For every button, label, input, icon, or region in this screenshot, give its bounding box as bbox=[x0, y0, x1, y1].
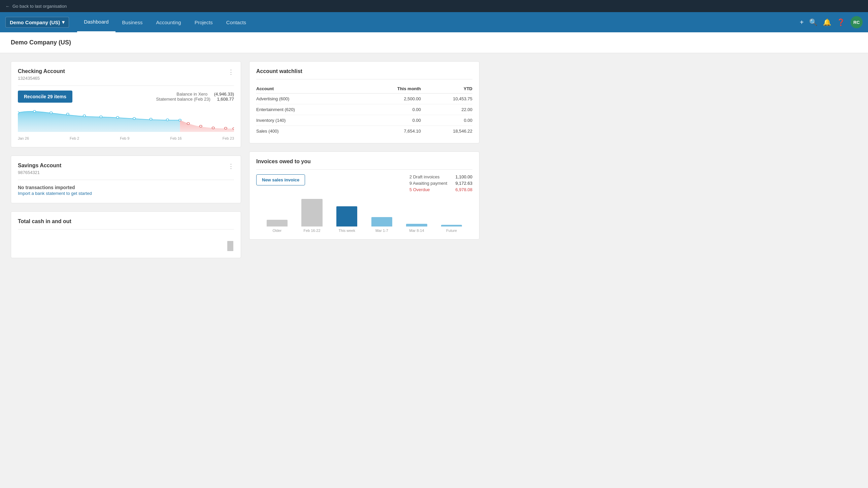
invoices-header-row: New sales invoice 2 Draft invoices 1,100… bbox=[256, 174, 472, 194]
total-cash-title: Total cash in and out bbox=[18, 219, 234, 225]
bar-label: Feb 16-22 bbox=[303, 229, 320, 233]
nav-business[interactable]: Business bbox=[116, 12, 150, 32]
statement-row: Statement balance (Feb 23) 1,608.77 bbox=[156, 97, 234, 102]
stat-amount: 1,100.00 bbox=[455, 174, 472, 180]
bell-icon[interactable]: 🔔 bbox=[823, 18, 831, 26]
nav-projects[interactable]: Projects bbox=[188, 12, 219, 32]
bar-group: Older bbox=[259, 199, 294, 233]
checking-menu-icon[interactable]: ⋮ bbox=[228, 68, 234, 76]
balance-info: Balance in Xero (4,946.33) Statement bal… bbox=[156, 92, 234, 102]
statement-amount: 1,608.77 bbox=[217, 97, 234, 102]
bar bbox=[371, 217, 392, 227]
invoice-bar-chart: Older Feb 16-22 This week Mar 1-7 Mar 8-… bbox=[256, 199, 472, 233]
chart-red-area bbox=[180, 120, 234, 132]
chevron-down-icon: ▾ bbox=[62, 19, 65, 25]
chart-label-feb9: Feb 9 bbox=[120, 136, 129, 140]
savings-card-header: Savings Account 987654321 ⋮ bbox=[18, 163, 234, 175]
watchlist-col-this-month: This month bbox=[359, 84, 421, 94]
invoices-title: Invoices owed to you bbox=[256, 159, 472, 165]
bar-label: Older bbox=[272, 229, 281, 233]
watchlist-row: Sales (400) 7,654.10 18,546.22 bbox=[256, 126, 472, 137]
bar bbox=[406, 224, 427, 227]
stat-label: 2 Draft invoices bbox=[409, 174, 440, 180]
chart-label-jan26: Jan 26 bbox=[18, 136, 29, 140]
add-icon[interactable]: + bbox=[800, 19, 804, 26]
bar bbox=[301, 199, 322, 227]
import-bank-link[interactable]: Import a bank statement to get started bbox=[18, 191, 92, 196]
right-column: Account watchlist Account This month YTD… bbox=[249, 61, 479, 258]
back-arrow-icon: ← bbox=[5, 4, 10, 9]
nav-contacts[interactable]: Contacts bbox=[219, 12, 253, 32]
avatar[interactable]: RC bbox=[850, 16, 863, 28]
stat-label: 9 Awaiting payment bbox=[409, 181, 447, 186]
invoice-stat-row: 9 Awaiting payment 9,172.63 bbox=[409, 181, 472, 186]
nav-bar: Demo Company (US) ▾ Dashboard Business A… bbox=[0, 12, 868, 32]
svg-point-15 bbox=[232, 128, 234, 130]
bar-group: This week bbox=[329, 199, 364, 233]
search-icon[interactable]: 🔍 bbox=[809, 18, 817, 26]
balance-amount: (4,946.33) bbox=[214, 92, 234, 97]
nav-right: + 🔍 🔔 ❓ RC bbox=[800, 16, 863, 28]
watchlist-account: Advertising (600) bbox=[256, 94, 359, 104]
savings-account-title: Savings Account bbox=[18, 163, 61, 169]
bar-label: Future bbox=[446, 229, 457, 233]
bar-group: Feb 16-22 bbox=[294, 199, 330, 233]
org-selector[interactable]: Demo Company (US) ▾ bbox=[5, 17, 69, 28]
help-icon[interactable]: ❓ bbox=[837, 18, 845, 26]
watchlist-this-month: 2,500.00 bbox=[359, 94, 421, 104]
watchlist-row: Inventory (140) 0.00 0.00 bbox=[256, 115, 472, 126]
checking-account-number: 132435465 bbox=[18, 76, 65, 81]
bar bbox=[336, 206, 357, 227]
watchlist-table: Account This month YTD Advertising (600)… bbox=[256, 84, 472, 136]
svg-point-12 bbox=[200, 125, 202, 127]
org-name: Demo Company (US) bbox=[10, 20, 60, 25]
svg-point-14 bbox=[224, 127, 227, 129]
watchlist-col-ytd: YTD bbox=[421, 84, 472, 94]
svg-point-2 bbox=[50, 112, 52, 114]
svg-point-6 bbox=[117, 117, 119, 119]
svg-point-0 bbox=[18, 112, 19, 114]
invoice-stat-row: 5 Overdue 6,978.08 bbox=[409, 187, 472, 192]
new-sales-invoice-button[interactable]: New sales invoice bbox=[256, 174, 305, 186]
savings-account-card: Savings Account 987654321 ⋮ No transacti… bbox=[11, 156, 241, 203]
savings-menu-icon[interactable]: ⋮ bbox=[228, 163, 234, 170]
watchlist-ytd: 22.00 bbox=[421, 104, 472, 115]
back-label[interactable]: Go back to last organisation bbox=[12, 4, 67, 9]
bar-group: Mar 8-14 bbox=[399, 199, 434, 233]
watchlist-this-month: 0.00 bbox=[359, 115, 421, 126]
watchlist-this-month: 7,654.10 bbox=[359, 126, 421, 137]
svg-point-4 bbox=[83, 115, 86, 117]
watchlist-ytd: 10,453.75 bbox=[421, 94, 472, 104]
bar-label: This week bbox=[338, 229, 355, 233]
savings-title-area: Savings Account 987654321 bbox=[18, 163, 61, 175]
checking-title-area: Checking Account 132435465 bbox=[18, 68, 65, 81]
checking-account-title: Checking Account bbox=[18, 68, 65, 74]
nav-dashboard[interactable]: Dashboard bbox=[77, 12, 115, 32]
chart-label-feb16: Feb 16 bbox=[170, 136, 182, 140]
nav-accounting[interactable]: Accounting bbox=[149, 12, 188, 32]
bar-group: Future bbox=[434, 199, 469, 233]
total-cash-mini-chart bbox=[214, 238, 234, 251]
watchlist-title: Account watchlist bbox=[256, 68, 472, 74]
chart-label-feb2: Feb 2 bbox=[70, 136, 79, 140]
total-cash-chart-placeholder bbox=[18, 234, 234, 251]
watchlist-account: Sales (400) bbox=[256, 126, 359, 137]
chart-labels: Jan 26 Feb 2 Feb 9 Feb 16 Feb 23 bbox=[18, 136, 234, 140]
balance-label: Balance in Xero bbox=[177, 92, 208, 97]
reconcile-button[interactable]: Reconcile 29 items bbox=[18, 91, 72, 103]
nav-links: Dashboard Business Accounting Projects C… bbox=[77, 12, 800, 32]
watchlist-row: Entertainment (620) 0.00 22.00 bbox=[256, 104, 472, 115]
bar-group: Mar 1-7 bbox=[364, 199, 399, 233]
checking-chart-svg bbox=[18, 107, 234, 134]
invoices-card: Invoices owed to you New sales invoice 2… bbox=[249, 152, 479, 240]
svg-point-5 bbox=[100, 116, 102, 118]
bar bbox=[441, 225, 462, 227]
svg-rect-16 bbox=[227, 241, 233, 251]
stat-amount: 9,172.63 bbox=[455, 181, 472, 186]
page-header: Demo Company (US) bbox=[0, 32, 868, 53]
bar bbox=[267, 220, 287, 227]
watchlist-ytd: 18,546.22 bbox=[421, 126, 472, 137]
top-bar: ← Go back to last organisation bbox=[0, 0, 868, 12]
avatar-initials: RC bbox=[854, 20, 860, 25]
svg-point-7 bbox=[133, 118, 135, 120]
